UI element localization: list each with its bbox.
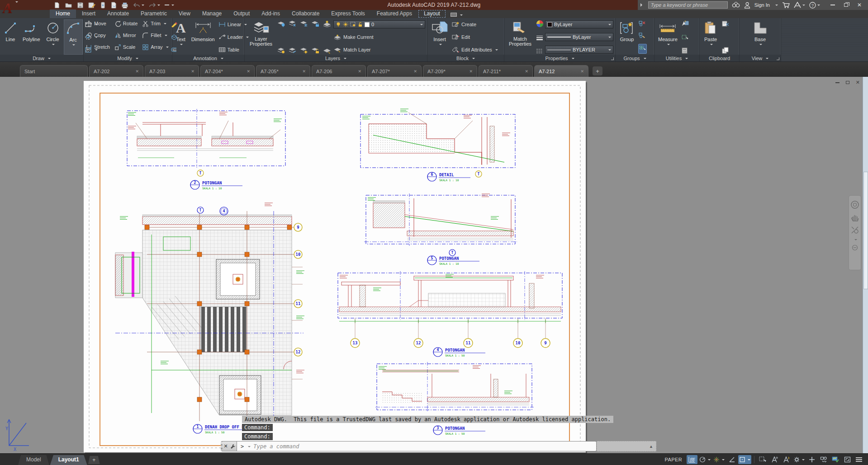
minimize-button[interactable] <box>830 5 835 5</box>
layer-lock-icon[interactable] <box>311 20 319 27</box>
annotation-autoscale-toggle[interactable] <box>781 455 792 464</box>
layer-isolate-icon[interactable] <box>289 20 297 27</box>
arc-dropdown-icon[interactable] <box>72 44 75 47</box>
panel-launcher-icon[interactable] <box>777 57 779 60</box>
edit-attributes-button[interactable]: Edit Attributes <box>452 46 498 54</box>
make-current-icon[interactable] <box>323 20 332 27</box>
copy-button[interactable]: Copy <box>85 31 110 39</box>
pan-hand-icon[interactable] <box>850 213 859 222</box>
block-edit-button[interactable]: Edit <box>452 33 498 41</box>
command-input[interactable]: > Type a command <box>237 441 597 451</box>
ribbon-tab-manage[interactable]: Manage <box>196 9 228 18</box>
line-button[interactable]: Line <box>2 19 19 55</box>
match-properties-button[interactable]: Match Properties <box>506 19 534 55</box>
tab-close-icon[interactable]: ✕ <box>302 69 306 74</box>
file-tab-a7-209[interactable]: A7-209*✕ <box>423 65 477 77</box>
linear-button[interactable]: Linear <box>218 20 249 28</box>
match-layer-button[interactable]: Match Layer <box>333 46 425 54</box>
match-layer-icon[interactable] <box>323 47 332 54</box>
file-tab-start[interactable]: Start <box>20 65 88 77</box>
copy-clip-icon[interactable] <box>721 47 730 54</box>
infocenter-collapse-icon[interactable] <box>640 3 644 7</box>
file-tab-a7-203[interactable]: A7-203✕ <box>145 65 199 77</box>
signin-button[interactable]: Sign In <box>754 2 770 8</box>
ungroup-icon[interactable] <box>638 20 646 27</box>
make-current-button[interactable]: Make Current <box>333 33 425 41</box>
polar-tracking-toggle[interactable] <box>698 455 711 464</box>
insert-button[interactable]: Insert <box>429 19 450 55</box>
ribbon-tab-layout[interactable]: Layout <box>418 9 446 18</box>
panel-label-annotation[interactable]: Annotation <box>172 55 244 61</box>
base-dropdown-icon[interactable] <box>759 44 762 47</box>
open-web-icon[interactable] <box>110 2 117 9</box>
vertical-scrollbar[interactable] <box>863 77 868 453</box>
grid-toggle[interactable] <box>687 455 697 464</box>
panel-label-utilities[interactable]: Utilities <box>655 55 699 61</box>
lineweight-icon[interactable] <box>536 35 543 41</box>
mobile-icon[interactable] <box>100 2 106 9</box>
ribbon-tab-featured-apps[interactable]: Featured Apps <box>371 9 418 18</box>
tab-close-icon[interactable]: ✕ <box>358 69 361 74</box>
ribbon-display-toggle[interactable] <box>451 13 463 18</box>
arc-button[interactable]: Arc <box>64 19 83 55</box>
tab-close-icon[interactable]: ✕ <box>135 69 139 74</box>
measure-button[interactable]: Measure <box>656 19 679 55</box>
workspace-switch-button[interactable] <box>792 455 806 464</box>
save-icon[interactable] <box>77 2 84 9</box>
selection-cycling-toggle[interactable] <box>757 455 768 464</box>
ribbon-tab-parametric[interactable]: Parametric <box>135 9 173 18</box>
ribbon-tab-output[interactable]: Output <box>228 9 256 18</box>
scrollbar-thumb[interactable] <box>863 172 868 289</box>
graphics-performance-button[interactable] <box>830 455 841 464</box>
restore-button[interactable] <box>844 3 848 7</box>
panel-label-view[interactable]: View <box>740 55 781 61</box>
group-button[interactable]: Group <box>617 19 636 55</box>
isodraft-toggle[interactable] <box>726 455 737 464</box>
close-button[interactable]: ✕ <box>857 3 862 7</box>
ribbon-tab-insert[interactable]: Insert <box>76 9 101 18</box>
recent-commands-button[interactable]: ▲ <box>649 444 653 449</box>
file-tab-a7-207[interactable]: A7-207*✕ <box>367 65 422 77</box>
plot-icon[interactable] <box>121 2 128 9</box>
command-recent-icon[interactable] <box>248 446 251 449</box>
ribbon-tab-home[interactable]: Home <box>50 9 76 18</box>
tab-close-icon[interactable]: ✕ <box>469 69 473 74</box>
layer-off-icon[interactable] <box>277 20 285 27</box>
layer-select-combo[interactable]: 0 <box>333 20 425 28</box>
paste-dropdown-icon[interactable] <box>710 44 713 47</box>
linetype-icon[interactable] <box>536 48 543 54</box>
clean-screen-button[interactable] <box>842 455 853 464</box>
tab-close-icon[interactable]: ✕ <box>525 69 528 74</box>
autodesk-app-button[interactable] <box>794 2 805 8</box>
group-selection-toggle[interactable] <box>638 44 647 54</box>
layout-paper[interactable]: 2 POTONGAN SKALA 1 : 10 T <box>84 81 586 452</box>
snap-toggle[interactable] <box>712 455 726 464</box>
text-button[interactable]: A Text <box>174 19 188 55</box>
array-button[interactable]: Array <box>142 43 168 51</box>
panel-label-clipboard[interactable]: Clipboard <box>700 55 739 61</box>
new-tab-button[interactable]: + <box>593 66 602 75</box>
linetype-combo[interactable]: BYLAYER <box>545 46 613 54</box>
move-button[interactable]: Move <box>85 19 110 28</box>
layer-thaw-icon[interactable] <box>289 47 297 54</box>
layout1-tab[interactable]: Layout1 <box>50 455 87 465</box>
circle-dropdown-icon[interactable] <box>52 44 55 47</box>
doc-close-button[interactable]: ✕ <box>856 80 860 85</box>
ribbon-tab-collaborate[interactable]: Collaborate <box>286 9 325 18</box>
base-button[interactable]: Base <box>750 19 770 55</box>
command-bar-grip[interactable]: ✕ <box>221 441 237 451</box>
search-binoculars-icon[interactable] <box>732 2 740 8</box>
point-select-icon[interactable] <box>681 34 689 40</box>
fillet-button[interactable]: Fillet <box>142 31 168 39</box>
quick-select-icon[interactable] <box>681 20 689 27</box>
file-tab-a7-206[interactable]: A7-206✕ <box>312 65 366 77</box>
qat-customize-button[interactable] <box>165 4 174 6</box>
drawing-canvas[interactable]: 2 POTONGAN SKALA 1 : 10 T <box>0 77 868 453</box>
command-close-icon[interactable]: ✕ <box>223 443 228 449</box>
isolate-objects-button[interactable] <box>818 455 829 464</box>
panel-label-modify[interactable]: Modify <box>84 55 172 61</box>
polyline-button[interactable]: Polyline <box>21 19 42 55</box>
file-tab-a7-205[interactable]: A7-205*✕ <box>256 65 310 77</box>
layer-freeze-icon[interactable] <box>300 20 308 27</box>
annotation-visibility-toggle[interactable] <box>769 455 780 464</box>
